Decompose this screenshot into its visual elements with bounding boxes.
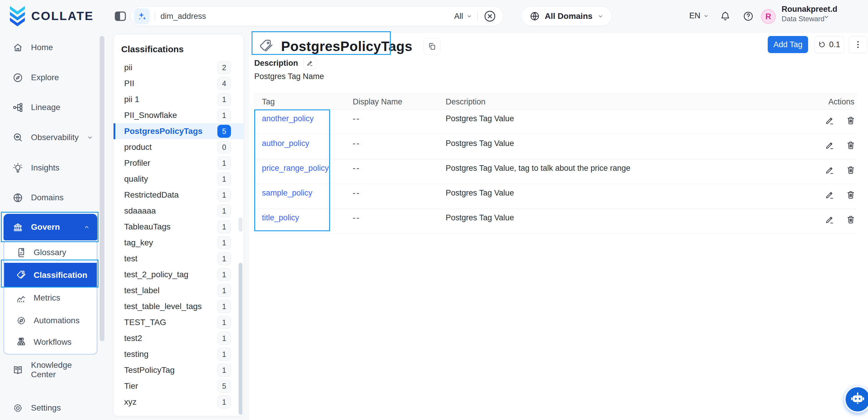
classification-name: pii 1 <box>124 95 139 104</box>
ai-sparkles-icon[interactable] <box>134 8 150 24</box>
tag-link[interactable]: another_policy <box>262 114 314 123</box>
search-scope-dropdown[interactable]: All <box>454 12 472 21</box>
delete-tag-button[interactable] <box>846 140 856 159</box>
classification-list-item[interactable]: sdaaaaa 1 <box>114 203 243 219</box>
divider <box>155 11 155 21</box>
sidebar-item-explore[interactable]: Explore <box>4 67 97 88</box>
classification-list-item[interactable]: TEST_TAG 1 <box>114 314 243 330</box>
sidebar-item-home[interactable]: Home <box>4 37 97 58</box>
delete-tag-button[interactable] <box>846 190 856 209</box>
tag-link[interactable]: title_policy <box>262 213 299 222</box>
classification-name: test_table_level_tags <box>124 302 202 311</box>
user-avatar[interactable]: R <box>761 9 776 24</box>
delete-tag-button[interactable] <box>846 116 856 134</box>
domains-dropdown[interactable]: All Domains <box>522 6 612 26</box>
classification-list-item[interactable]: test2 1 <box>114 330 243 346</box>
tag-link[interactable]: author_policy <box>262 139 309 148</box>
classifications-panel-title: Classifications <box>121 44 184 54</box>
sidebar-scrollbar[interactable] <box>100 36 104 341</box>
classifications-scrollbar-segment[interactable] <box>239 217 242 232</box>
classification-list-item[interactable]: test_2_policy_tag 1 <box>114 267 243 282</box>
tag-link[interactable]: price_range_policy <box>262 164 329 173</box>
classification-list-item[interactable]: testing 1 <box>114 346 243 362</box>
sidebar-item-knowledge-center[interactable]: Knowledge Center <box>4 359 97 381</box>
edit-tag-button[interactable] <box>825 140 835 159</box>
sidebar-item-classification[interactable]: Classification <box>4 263 97 288</box>
delete-tag-button[interactable] <box>846 165 856 184</box>
sidebar-item-observability[interactable]: Observability <box>4 127 97 148</box>
classification-list-item[interactable]: TestPolicyTag 1 <box>114 362 243 378</box>
classification-list-item[interactable]: pii 2 <box>114 60 243 76</box>
global-search-bar[interactable]: All <box>131 6 503 26</box>
notifications-bell-icon[interactable] <box>720 11 731 22</box>
description-label: Description <box>254 59 298 68</box>
tag-description: Postgres Tag Value, tag to talk about th… <box>442 159 795 184</box>
search-clear-icon[interactable] <box>483 9 497 23</box>
tag-link[interactable]: sample_policy <box>262 188 312 197</box>
more-options-button[interactable] <box>849 36 867 53</box>
language-dropdown[interactable]: EN <box>689 11 709 20</box>
sidebar-item-settings[interactable]: Settings <box>4 397 97 419</box>
classification-list-item[interactable]: pii 1 1 <box>114 91 243 107</box>
classification-list-item[interactable]: test_table_level_tags 1 <box>114 299 243 314</box>
edit-description-button[interactable] <box>304 57 316 69</box>
sidebar-item-label: Classification <box>34 270 87 280</box>
observability-icon <box>12 132 23 143</box>
classification-list-item[interactable]: PII_Snowflake 1 <box>114 107 243 123</box>
sidebar-item-lineage[interactable]: Lineage <box>4 97 97 118</box>
classification-list-item[interactable]: xyz 1 <box>114 394 243 410</box>
sidebar-item-insights[interactable]: Insights <box>4 157 97 178</box>
delete-trash-icon <box>846 165 856 175</box>
classification-count-badge: 1 <box>217 188 231 202</box>
sidebar-item-workflows[interactable]: Workflows <box>4 332 97 353</box>
user-menu-chevron-icon[interactable] <box>823 13 830 20</box>
classification-list-item[interactable]: test_label 1 <box>114 282 243 299</box>
classification-name: PII_Snowflake <box>124 111 177 120</box>
classification-list-item[interactable]: tag_key 1 <box>114 235 243 251</box>
edit-tag-button[interactable] <box>825 215 835 233</box>
sidebar-item-label: Lineage <box>31 102 60 112</box>
classifications-scrollbar[interactable] <box>239 263 242 415</box>
add-tag-label: Add Tag <box>773 40 803 49</box>
edit-tag-button[interactable] <box>825 165 835 184</box>
sidebar-item-automations[interactable]: Automations <box>4 310 97 331</box>
tag-display-name: -- <box>342 209 442 233</box>
classification-list-item[interactable]: RestrictedData 1 <box>114 187 243 203</box>
tag-display-name: -- <box>342 110 442 134</box>
domains-globe-icon <box>12 192 23 203</box>
classification-list-item[interactable]: product 0 <box>114 139 243 155</box>
tag-cell: price_range_policy <box>254 159 342 184</box>
classification-list-item[interactable]: quality 1 <box>114 171 243 187</box>
copy-name-button[interactable] <box>424 38 441 55</box>
help-icon[interactable] <box>743 11 754 22</box>
delete-tag-button[interactable] <box>846 215 856 233</box>
add-tag-button[interactable]: Add Tag <box>768 36 808 53</box>
sidebar-item-domains[interactable]: Domains <box>4 187 97 208</box>
collate-logo[interactable]: COLLATE <box>8 5 94 27</box>
edit-pencil-icon <box>825 165 835 175</box>
classification-name: tag_key <box>124 238 153 247</box>
classification-count-badge: 2 <box>217 61 231 74</box>
sidebar-item-glossary[interactable]: Glossary <box>4 242 97 263</box>
chatbot-button[interactable] <box>844 386 868 413</box>
sidebar-item-metrics[interactable]: Metrics <box>4 287 97 308</box>
classification-name: TestPolicyTag <box>124 365 175 375</box>
tag-description: Postgres Tag Value <box>442 134 795 159</box>
sidebar-item-govern[interactable]: Govern <box>4 214 97 240</box>
table-row: title_policy -- Postgres Tag Value <box>254 209 857 234</box>
search-input[interactable] <box>160 12 454 21</box>
chevron-down-icon <box>86 134 93 141</box>
settings-gear-icon <box>12 402 23 414</box>
classification-list-item[interactable]: test 1 <box>114 251 243 267</box>
classification-list-item[interactable]: Tier 5 <box>114 378 243 394</box>
classification-list-item[interactable]: Profiler 1 <box>114 155 243 171</box>
sidebar-item-label: Automations <box>34 316 80 325</box>
classification-name: pii <box>124 63 132 72</box>
classification-list-item[interactable]: PostgresPolicyTags 5 <box>114 123 243 139</box>
classification-list-item[interactable]: TableauTags 1 <box>114 219 243 235</box>
sidebar-toggle-icon[interactable] <box>114 10 127 23</box>
edit-tag-button[interactable] <box>825 116 835 134</box>
version-button[interactable]: 0.1 <box>814 36 844 53</box>
classification-list-item[interactable]: PII 4 <box>114 76 243 91</box>
edit-tag-button[interactable] <box>825 190 835 209</box>
